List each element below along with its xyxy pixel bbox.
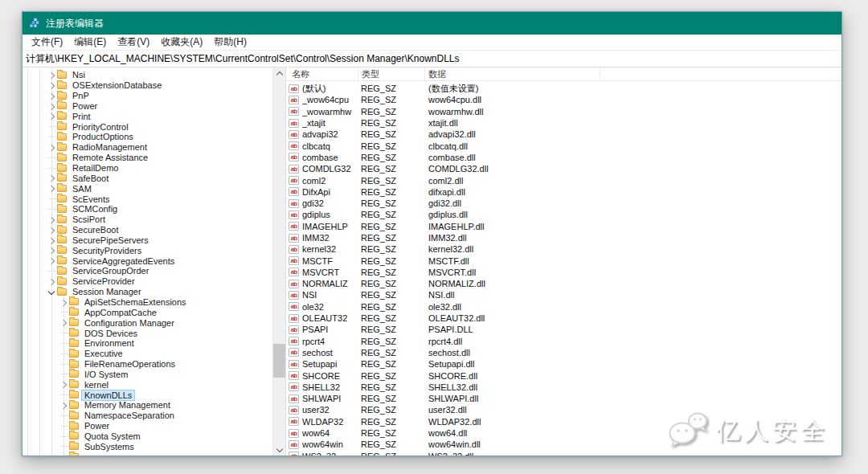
chevron-collapsed-icon[interactable] [60, 382, 67, 388]
chevron-collapsed-icon[interactable] [48, 186, 55, 192]
registry-value-row[interactable]: abrpcrt4REG_SZrpcrt4.dll [286, 336, 841, 347]
chevron-collapsed-icon[interactable] [48, 103, 55, 109]
tree-item[interactable]: Power [23, 421, 273, 431]
tree-item[interactable]: PnP [23, 91, 273, 101]
scrollbar-up-arrow-icon[interactable] [273, 67, 285, 80]
chevron-collapsed-icon[interactable] [48, 227, 55, 233]
tree-item[interactable]: OSExtensionDatabase [23, 80, 273, 91]
chevron-collapsed-icon[interactable] [48, 145, 55, 151]
registry-value-row[interactable]: abcombaseREG_SZcombase.dll [286, 152, 841, 163]
column-header-type[interactable]: 类型 [358, 67, 425, 80]
registry-value-row[interactable]: abcoml2REG_SZcoml2.dll [286, 174, 841, 186]
registry-value-row[interactable]: abMSVCRTREG_SZMSVCRT.dll [286, 267, 841, 278]
tree-item[interactable]: RadioManagement [23, 142, 273, 153]
chevron-collapsed-icon[interactable] [48, 113, 55, 120]
registry-value-row[interactable]: abadvapi32REG_SZadvapi32.dll [286, 129, 841, 140]
tree-item[interactable]: ServiceAggregatedEvents [23, 255, 273, 266]
tree-item[interactable]: ServiceGroupOrder [23, 266, 273, 276]
registry-value-row[interactable]: abPSAPIREG_SZPSAPI.DLL [286, 324, 841, 335]
registry-value-row[interactable]: abCOMDLG32REG_SZCOMDLG32.dll [286, 163, 841, 174]
tree-item[interactable]: SecureBoot [23, 225, 273, 235]
registry-value-row[interactable]: abole32REG_SZole32.dll [286, 301, 841, 313]
chevron-collapsed-icon[interactable] [60, 402, 67, 409]
registry-value-row[interactable]: abIMAGEHLPREG_SZIMAGEHLP.dll [286, 221, 841, 232]
registry-value-row[interactable]: abuser32REG_SZuser32.dll [286, 404, 841, 415]
registry-value-row[interactable]: abWLDAP32REG_SZWLDAP32.dll [286, 416, 841, 427]
tree-item[interactable]: SCMConfig [23, 204, 273, 215]
chevron-collapsed-icon[interactable] [48, 83, 55, 89]
tree-item[interactable]: ProductOptions [23, 132, 273, 142]
registry-value-row[interactable]: abDifxApiREG_SZdifxapi.dll [286, 186, 841, 198]
tree-item[interactable]: Memory Management [23, 400, 273, 411]
tree-item[interactable] [23, 452, 273, 456]
address-bar[interactable]: 计算机\HKEY_LOCAL_MACHINE\SYSTEM\CurrentCon… [23, 51, 841, 67]
tree-item[interactable]: Power [23, 101, 273, 112]
tree-item[interactable]: ApiSetSchemaExtensions [23, 297, 273, 308]
scrollbar-thumb[interactable] [273, 344, 285, 378]
tree-item[interactable]: SecurePipeServers [23, 235, 273, 246]
tree-item[interactable]: SubSystems [23, 441, 273, 452]
column-header-data[interactable]: 数据 [425, 67, 600, 80]
tree-item[interactable]: ServiceProvider [23, 276, 273, 287]
chevron-collapsed-icon[interactable] [48, 258, 55, 264]
registry-value-row[interactable]: abwow64REG_SZwow64.dll [286, 427, 841, 439]
tree-item[interactable]: SecurityProviders [23, 245, 273, 255]
registry-value-row[interactable]: abSetupapiREG_SZSetupapi.dll [286, 358, 841, 370]
tree-item[interactable]: kernel [23, 379, 273, 390]
registry-value-row[interactable]: abNSIREG_SZNSI.dll [286, 289, 841, 300]
chevron-collapsed-icon[interactable] [48, 217, 55, 223]
tree-item[interactable]: Session Manager [23, 287, 273, 297]
registry-value-row[interactable]: ab_wowarmhwREG_SZwowarmhw.dll [286, 106, 841, 117]
tree-item[interactable]: RetailDemo [23, 163, 273, 174]
registry-value-row[interactable]: abSHELL32REG_SZSHELL32.dll [286, 382, 841, 393]
tree-item[interactable]: NamespaceSeparation [23, 411, 273, 421]
chevron-expanded-icon[interactable] [48, 288, 55, 294]
tree-item[interactable]: AppCompatCache [23, 307, 273, 317]
tree-item[interactable]: SAM [23, 183, 273, 194]
menu-item[interactable]: 收藏夹(A) [155, 35, 208, 50]
chevron-collapsed-icon[interactable] [48, 237, 55, 243]
chevron-collapsed-icon[interactable] [60, 299, 67, 305]
tree-item[interactable]: Quota System [23, 431, 273, 442]
registry-value-row[interactable]: abNORMALIZREG_SZNORMALIZ.dll [286, 278, 841, 289]
chevron-collapsed-icon[interactable] [48, 175, 55, 182]
registry-value-row[interactable]: ab(默认)REG_SZ(数值未设置) [286, 83, 841, 94]
chevron-collapsed-icon[interactable] [48, 92, 55, 99]
chevron-collapsed-icon[interactable] [48, 72, 55, 79]
registry-value-row[interactable]: ab_wow64cpuREG_SZwow64cpu.dll [286, 94, 841, 105]
registry-value-row[interactable]: abgdi32REG_SZgdi32.dll [286, 198, 841, 209]
tree-item[interactable]: DOS Devices [23, 328, 273, 338]
registry-value-row[interactable]: absechostREG_SZsechost.dll [286, 347, 841, 358]
registry-value-row[interactable]: abSHCOREREG_SZSHCORE.dll [286, 370, 841, 381]
tree-item[interactable]: Environment [23, 338, 273, 349]
chevron-collapsed-icon[interactable] [48, 247, 55, 254]
tree-item[interactable]: I/O System [23, 369, 273, 379]
registry-value-row[interactable]: ab_xtajitREG_SZxtajit.dll [286, 117, 841, 129]
tree-scrollbar[interactable] [272, 67, 285, 456]
menu-item[interactable]: 文件(F) [26, 35, 68, 50]
registry-value-row[interactable]: abwow64winREG_SZwow64win.dll [286, 439, 841, 450]
scrollbar-down-arrow-icon[interactable] [273, 443, 285, 456]
registry-value-row[interactable]: abOLEAUT32REG_SZOLEAUT32.dll [286, 313, 841, 324]
menu-item[interactable]: 帮助(H) [208, 35, 252, 50]
registry-value-row[interactable]: abSHLWAPIREG_SZSHLWAPI.dll [286, 393, 841, 404]
menu-item[interactable]: 编辑(E) [68, 35, 112, 50]
column-header-name[interactable]: 名称 [286, 67, 358, 80]
tree-item[interactable]: SafeBoot [23, 173, 273, 183]
tree-item[interactable]: Nsi [23, 70, 273, 80]
title-bar[interactable]: 注册表编辑器 [23, 12, 841, 35]
tree-item[interactable]: Executive [23, 349, 273, 359]
registry-value-row[interactable]: abWS2_32REG_SZWS2_32.dll [286, 451, 841, 456]
registry-value-row[interactable]: abMSCTFREG_SZMSCTF.dll [286, 255, 841, 266]
registry-value-row[interactable]: abclbcatqREG_SZclbcatq.dll [286, 140, 841, 151]
tree-item[interactable]: Print [23, 111, 273, 121]
registry-value-row[interactable]: abIMM32REG_SZIMM32.dll [286, 232, 841, 243]
tree-item[interactable]: KnownDLLs [23, 390, 273, 400]
registry-value-row[interactable]: abkernel32REG_SZkernel32.dll [286, 243, 841, 255]
tree-item[interactable]: Configuration Manager [23, 317, 273, 328]
tree-item[interactable]: FileRenameOperations [23, 359, 273, 370]
tree-item[interactable]: PriorityControl [23, 121, 273, 132]
tree-item[interactable]: ScsiPort [23, 215, 273, 225]
chevron-collapsed-icon[interactable] [48, 279, 55, 285]
registry-value-row[interactable]: abgdiplusREG_SZgdiplus.dll [286, 209, 841, 220]
